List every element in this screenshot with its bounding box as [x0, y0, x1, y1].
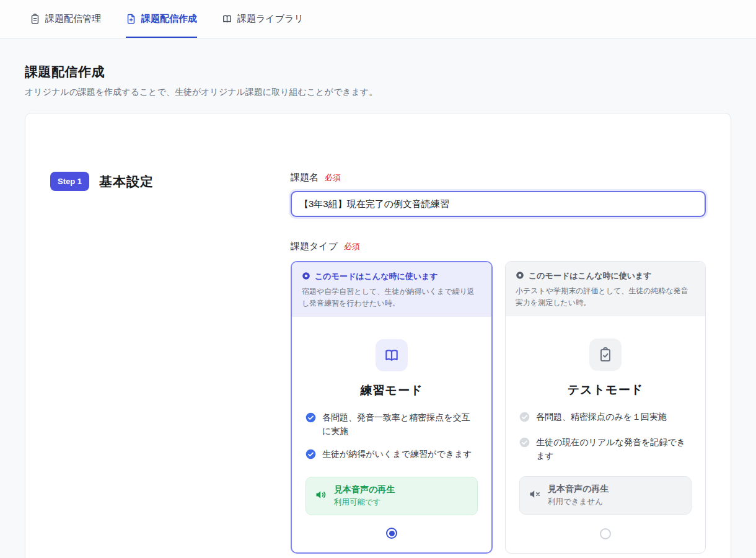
check-circle-icon — [519, 412, 530, 427]
task-type-label-row: 課題タイプ 必須 — [291, 241, 706, 252]
practice-mode-features: 各問題、発音一致率と精密採点を交互に実施 生 — [305, 411, 478, 463]
create-assignment-card: Step 1 基本設定 課題名 必須 課題タイプ 必須 — [25, 113, 731, 558]
feature-text: 各問題、精密採点のみを１回実施 — [536, 410, 667, 427]
file-plus-icon — [126, 14, 136, 24]
tab-label: 課題配信作成 — [141, 13, 197, 25]
practice-mode-hint: このモードはこんな時に使います 宿題や自学自習として、生徒が納得いくまで繰り返し… — [292, 262, 491, 317]
sample-audio-status: 見本音声の再生 利用可能です — [305, 477, 478, 515]
feature-text: 生徒の現在のリアルな発音を記録できます — [536, 436, 692, 463]
clipboard-check-icon — [589, 339, 622, 371]
test-mode-radio[interactable] — [600, 528, 611, 539]
tab-assignment-management[interactable]: 課題配信管理 — [30, 0, 101, 38]
speaker-muted-icon — [529, 488, 541, 503]
hint-body-text: 宿題や自学自習として、生徒が納得いくまで繰り返し発音練習を行わせたい時。 — [302, 286, 481, 309]
required-badge: 必須 — [344, 241, 360, 252]
practice-mode-radio[interactable] — [386, 528, 397, 539]
check-circle-icon — [305, 412, 316, 438]
basic-settings-form: 課題名 必須 課題タイプ 必須 — [291, 172, 706, 554]
task-name-label-row: 課題名 必須 — [291, 172, 706, 184]
test-mode-features: 各問題、精密採点のみを１回実施 生徒の現在の — [519, 410, 692, 463]
test-mode-title: テストモード — [519, 382, 692, 398]
feature-item: 生徒が納得がいくまで練習ができます — [305, 448, 478, 464]
task-type-label: 課題タイプ — [291, 241, 338, 252]
step1-header: Step 1 基本設定 — [50, 172, 266, 191]
top-tab-bar: 課題配信管理 課題配信作成 課題ライブラリ — [0, 0, 756, 38]
feature-text: 各問題、発音一致率と精密採点を交互に実施 — [322, 411, 478, 438]
hint-body-text: 小テストや学期末の評価として、生徒の純粋な発音実力を測定したい時。 — [516, 285, 695, 308]
tab-assignment-library[interactable]: 課題ライブラリ — [222, 0, 304, 38]
tab-assignment-create[interactable]: 課題配信作成 — [126, 0, 197, 38]
sample-audio-status: 見本音声の再生 利用できません — [519, 476, 692, 515]
practice-mode-title: 練習モード — [305, 383, 478, 399]
audio-status: 利用できません — [548, 497, 609, 507]
open-book-icon — [376, 339, 408, 371]
hint-title-text: このモードはこんな時に使います — [529, 270, 652, 281]
required-badge: 必須 — [325, 172, 341, 184]
feature-item: 各問題、発音一致率と精密採点を交互に実施 — [305, 411, 478, 438]
speaker-icon — [315, 489, 327, 503]
tab-label: 課題配信管理 — [45, 13, 101, 25]
step-heading: 基本設定 — [99, 173, 154, 190]
open-book-icon — [222, 14, 232, 24]
practice-mode-card[interactable]: このモードはこんな時に使います 宿題や自学自習として、生徒が納得いくまで繰り返し… — [291, 261, 493, 554]
check-circle-icon — [519, 437, 530, 463]
task-name-input[interactable] — [291, 191, 706, 217]
info-icon — [302, 272, 310, 282]
feature-text: 生徒が納得がいくまで練習ができます — [322, 448, 472, 464]
hint-title-text: このモードはこんな時に使います — [315, 271, 438, 282]
feature-item: 各問題、精密採点のみを１回実施 — [519, 410, 692, 427]
audio-title: 見本音声の再生 — [548, 484, 609, 495]
step-badge: Step 1 — [50, 172, 89, 191]
tab-label: 課題ライブラリ — [237, 13, 304, 25]
test-mode-card[interactable]: このモードはこんな時に使います 小テストや学期末の評価として、生徒の純粋な発音実… — [505, 261, 706, 554]
audio-status: 利用可能です — [334, 497, 395, 508]
task-name-label: 課題名 — [291, 172, 319, 184]
check-circle-icon — [305, 449, 316, 464]
mode-selector: このモードはこんな時に使います 宿題や自学自習として、生徒が納得いくまで繰り返し… — [291, 261, 706, 554]
info-icon — [516, 271, 524, 281]
page-title: 課題配信作成 — [25, 63, 731, 81]
clipboard-list-icon — [30, 14, 40, 24]
feature-item: 生徒の現在のリアルな発音を記録できます — [519, 436, 692, 463]
page-subtitle: オリジナルの課題を作成することで、生徒がオリジナル課題に取り組むことができます。 — [25, 87, 731, 98]
audio-title: 見本音声の再生 — [334, 484, 395, 495]
test-mode-hint: このモードはこんな時に使います 小テストや学期末の評価として、生徒の純粋な発音実… — [506, 262, 705, 316]
page-content: 課題配信作成 オリジナルの課題を作成することで、生徒がオリジナル課題に取り組むこ… — [0, 63, 756, 558]
